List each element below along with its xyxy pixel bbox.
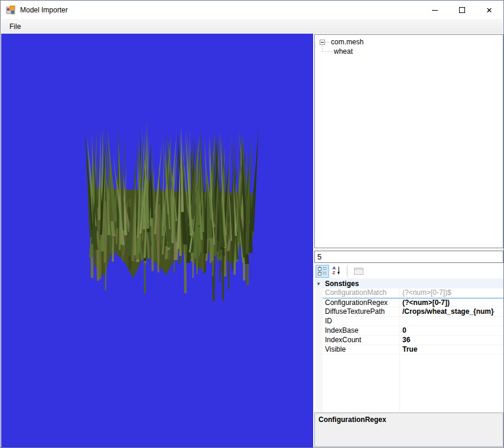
categorized-icon xyxy=(318,267,327,275)
property-row-ConfigurationMatch[interactable]: ConfigurationMatch(?<num>[0-7])$ xyxy=(323,288,503,298)
property-row-ID[interactable]: ID xyxy=(323,317,503,326)
tree-node-root[interactable]: com.mesh xyxy=(320,37,363,47)
tree-connector xyxy=(325,42,330,43)
maximize-button[interactable] xyxy=(448,1,476,19)
close-button[interactable]: ✕ xyxy=(476,1,503,19)
propertygrid-toolbar: AZ xyxy=(314,264,503,278)
filter-input[interactable] xyxy=(314,251,503,263)
property-value[interactable]: (?<num>[0-7])$ xyxy=(399,288,503,297)
wheat-model-render xyxy=(1,34,313,448)
alphabetical-button[interactable]: AZ xyxy=(330,265,344,278)
property-row-IndexBase[interactable]: IndexBase0 xyxy=(323,326,503,336)
tree-node-wheat[interactable]: wheat xyxy=(322,47,353,56)
property-row-Visible[interactable]: VisibleTrue xyxy=(323,345,503,355)
chevron-down-icon[interactable]: ▾ xyxy=(314,281,323,287)
property-value[interactable]: (?<num>[0-7]) xyxy=(399,298,503,307)
right-panel: com.mesh wheat AZ xyxy=(314,34,503,448)
menu-item-file[interactable]: File xyxy=(1,20,27,33)
property-description-panel: ConfigurationRegex xyxy=(314,413,503,447)
window-title: Model Importer xyxy=(20,6,421,14)
minimize-button[interactable] xyxy=(421,1,448,19)
property-name[interactable]: ConfigurationRegex xyxy=(323,298,399,307)
model-viewport[interactable] xyxy=(1,34,313,448)
menu-bar: File xyxy=(1,19,503,34)
maximize-icon xyxy=(459,7,465,13)
property-row-ConfigurationRegex[interactable]: ConfigurationRegex(?<num>[0-7]) xyxy=(323,298,503,307)
property-value[interactable]: 36 xyxy=(399,336,503,345)
minimize-icon xyxy=(432,10,438,11)
tree-connector xyxy=(322,51,333,52)
property-value[interactable]: True xyxy=(399,345,503,354)
property-pages-button xyxy=(352,265,365,278)
property-name[interactable]: DiffuseTexturePath xyxy=(323,307,399,316)
title-bar: Model Importer ✕ xyxy=(1,1,503,19)
app-window: Model Importer ✕ File com.mesh wheat xyxy=(0,0,504,448)
property-row-DiffuseTexturePath[interactable]: DiffuseTexturePath/Crops/wheat_stage_{nu… xyxy=(323,307,503,317)
mesh-tree: com.mesh wheat xyxy=(314,34,503,248)
category-row[interactable]: ▾ Sonstiges xyxy=(314,278,503,288)
property-value[interactable] xyxy=(399,317,503,326)
alphabetical-icon: AZ xyxy=(333,267,342,276)
categorized-button[interactable] xyxy=(316,265,329,278)
selected-property-name: ConfigurationRegex xyxy=(318,415,499,424)
toolbar-separator xyxy=(347,266,347,277)
property-row-IndexCount[interactable]: IndexCount36 xyxy=(323,336,503,345)
tree-child-label[interactable]: wheat xyxy=(333,47,353,56)
property-name[interactable]: Visible xyxy=(323,345,399,354)
property-grid-gutter xyxy=(314,278,323,413)
property-name[interactable]: IndexCount xyxy=(323,336,399,345)
tree-root-label[interactable]: com.mesh xyxy=(330,38,363,46)
property-name[interactable]: IndexBase xyxy=(323,326,399,335)
property-name[interactable]: ID xyxy=(323,317,399,326)
close-icon: ✕ xyxy=(486,7,493,14)
property-grid: ▾ Sonstiges ConfigurationMatch(?<num>[0-… xyxy=(314,278,503,413)
property-value[interactable]: /Crops/wheat_stage_{num} xyxy=(399,307,503,316)
app-icon xyxy=(6,5,15,15)
property-pages-icon xyxy=(354,268,363,275)
category-label: Sonstiges xyxy=(323,280,359,288)
property-name[interactable]: ConfigurationMatch xyxy=(323,288,399,297)
property-value[interactable]: 0 xyxy=(399,326,503,335)
